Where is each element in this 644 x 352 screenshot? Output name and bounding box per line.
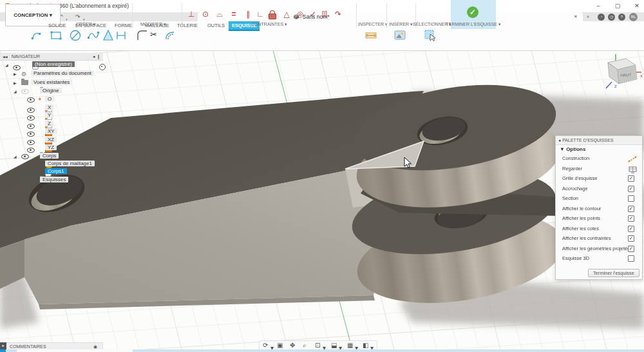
tree-row-named-views[interactable]: ▶ Vues existantes [0, 79, 7, 87]
visibility-eye-icon[interactable] [27, 164, 35, 170]
rectangle-tool-icon[interactable] [50, 29, 62, 42]
group-label-modify[interactable]: MODIFIER ▾ [140, 22, 166, 27]
visibility-eye-icon[interactable] [27, 148, 35, 153]
expand-icon[interactable]: ◢ [14, 88, 17, 95]
tree-label[interactable]: YZ [45, 144, 57, 150]
palette-row-snap[interactable]: Accrochage ✓ [556, 184, 642, 194]
group-label-insert[interactable]: INSÉRER ▾ [389, 22, 413, 27]
constraint-symmetry-icon[interactable]: [|] [319, 9, 330, 19]
insert-image-icon[interactable] [393, 29, 406, 42]
pan-icon[interactable]: ✥ [290, 342, 295, 349]
finish-sketch-palette-button[interactable]: Terminer l'esquisse [588, 269, 639, 277]
checkbox[interactable]: ✓ [628, 206, 634, 212]
fit-icon[interactable]: ⊡ [315, 342, 320, 349]
checkbox[interactable]: ✓ [628, 175, 634, 182]
navigator-collapse-icon[interactable]: ◀◀ [0, 55, 8, 59]
tab-tolerie[interactable]: TÔLERIE [177, 21, 198, 30]
constraint-concentric-icon[interactable]: ◎ [294, 9, 306, 19]
tree-row-plane-yz[interactable]: YZ [0, 144, 16, 152]
fillet-tool-icon[interactable] [136, 29, 149, 42]
construction-line-icon[interactable] [628, 156, 637, 162]
checkbox[interactable]: ✓ [628, 235, 634, 242]
tree-label[interactable]: Paramètres du document [31, 70, 94, 76]
palette-row-show-constraints[interactable]: Afficher les contraintes ✓ [556, 233, 642, 244]
constraint-parallel-icon[interactable]: ∥ [242, 9, 254, 19]
tree-row-bodies-folder[interactable]: ◢ Corps [0, 153, 16, 161]
checkbox[interactable] [628, 195, 634, 202]
tree-row-origin-point[interactable]: ✦ O [0, 96, 8, 104]
grid-settings-icon[interactable]: ▦ [347, 342, 353, 349]
expand-icon[interactable]: ▶ [14, 70, 17, 78]
visibility-eye-icon[interactable] [21, 154, 29, 159]
timeline-marker[interactable] [0, 349, 6, 352]
notifications-icon[interactable]: ◷ [608, 14, 615, 21]
tree-label[interactable]: Corps [40, 153, 59, 159]
palette-header[interactable]: ● PALETTE D'ESQUISSES [556, 136, 642, 145]
visibility-eye-icon[interactable] [21, 89, 29, 94]
tree-label[interactable]: (Non enregistré) [32, 61, 75, 67]
tree-label[interactable]: Esquisses [40, 177, 68, 182]
expand-icon[interactable]: ▶ [14, 177, 17, 184]
tree-row-mesh-body[interactable]: Corps de maillage1 [0, 161, 17, 168]
visibility-eye-icon[interactable] [27, 140, 35, 145]
constraint-curvature-icon[interactable]: ↷ [332, 9, 344, 19]
constraint-horizontal-vertical-icon[interactable]: ⊥ [185, 9, 197, 19]
palette-row-show-points[interactable]: Afficher les points ✓ [556, 213, 642, 224]
measure-tool-icon[interactable] [365, 29, 377, 42]
constraint-midpoint-icon[interactable]: △ [281, 9, 292, 19]
new-document-tab-icon[interactable]: ＋ [585, 13, 591, 21]
tree-row-axis-x[interactable]: X [0, 104, 16, 112]
palette-row-slice[interactable]: Section [556, 193, 642, 204]
3d-viewport[interactable] [0, 50, 644, 352]
select-tool-icon[interactable] [424, 29, 437, 42]
document-tab-close-icon[interactable]: ✕ [574, 13, 578, 21]
expand-icon[interactable]: ◢ [5, 61, 8, 69]
group-label-constraints[interactable]: CONTRAINTES ▾ [251, 22, 287, 27]
tree-label[interactable]: X [45, 104, 53, 110]
user-avatar[interactable]: RL [629, 13, 638, 21]
constraint-coincident-icon[interactable]: ⊙ [200, 9, 211, 19]
tree-label[interactable]: XY [45, 128, 57, 134]
look-at-face-icon[interactable]: ▣ [277, 342, 283, 349]
viewports-icon[interactable]: ◧ [363, 342, 368, 349]
tree-label[interactable]: Corps1 [45, 168, 67, 174]
tree-row-axis-y[interactable]: Y [0, 112, 16, 120]
tree-label[interactable]: Vues existantes [31, 79, 72, 85]
comments-collapse-tab[interactable]: ▸ [0, 342, 6, 349]
visibility-eye-icon[interactable] [21, 178, 29, 183]
palette-row-look-at[interactable]: Regarder [556, 164, 642, 174]
constraint-perpendicular-icon[interactable]: ∟ [254, 9, 266, 19]
timeline-controls-area[interactable] [17, 349, 133, 352]
sketch-line-tool-icon[interactable] [31, 29, 44, 42]
palette-row-show-dimensions[interactable]: Afficher les cotes ✓ [556, 224, 642, 234]
viewcube[interactable]: HAUT X Z [599, 52, 644, 92]
constraint-tangent-icon[interactable]: ⌓ [214, 9, 225, 19]
palette-row-show-profile[interactable]: Afficher le contour ✓ [556, 204, 642, 214]
tree-label[interactable]: Origine [40, 88, 62, 93]
tree-label[interactable]: Y [45, 112, 53, 118]
tree-row-plane-xy[interactable]: XY [0, 128, 16, 136]
tree-row-plane-xz[interactable]: XZ [0, 137, 16, 144]
palette-row-sketch-grid[interactable]: Grille d'esquisse ✓ [556, 173, 642, 184]
slot-tool-icon[interactable] [115, 29, 128, 42]
expand-icon[interactable]: ▶ [14, 79, 17, 87]
close-button[interactable]: ✕ [632, 1, 641, 10]
tree-label[interactable]: O [45, 96, 54, 102]
palette-row-3d-sketch[interactable]: Esquisse 3D [556, 253, 642, 264]
tree-row-origin-folder[interactable]: ◢ Origine [0, 88, 16, 95]
visibility-eye-icon[interactable] [27, 108, 35, 113]
maximize-button[interactable]: ▢ [613, 1, 622, 10]
constraint-equal-icon[interactable]: = [228, 9, 240, 19]
minimize-button[interactable]: – [594, 1, 603, 10]
group-label-create[interactable]: CRÉER ▾ [76, 22, 95, 27]
orbit-icon[interactable]: ⟳ [263, 342, 268, 349]
display-settings-icon[interactable]: ⬓ [331, 342, 337, 349]
navigator-header[interactable]: ◀◀ NAVIGATEUR ● ❙ [0, 53, 103, 61]
tab-outils[interactable]: OUTILS [207, 21, 225, 30]
look-at-icon[interactable] [629, 166, 637, 173]
visibility-eye-icon[interactable] [13, 65, 21, 70]
checkbox[interactable]: ✓ [628, 226, 634, 232]
trim-scissors-icon[interactable]: ✂ [150, 30, 157, 39]
visibility-eye-icon[interactable] [27, 97, 35, 103]
navigator-options-icon[interactable]: ● ❙ [93, 53, 103, 60]
